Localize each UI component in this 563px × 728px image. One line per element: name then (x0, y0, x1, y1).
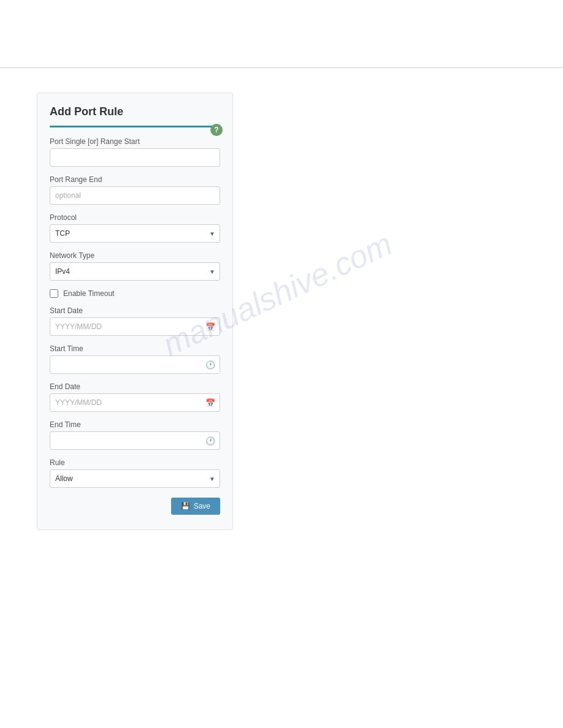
start-date-label: Start Date (50, 306, 220, 315)
save-button[interactable]: 💾 Save (171, 498, 220, 515)
end-date-group: End Date 📅 (50, 382, 220, 412)
content-area: Add Port Rule ? Port Single [or] Range S… (0, 68, 563, 555)
page-wrapper: manualshive.com Add Port Rule ? Port Sin… (0, 67, 563, 728)
accent-line (50, 126, 220, 127)
port-range-input[interactable] (50, 186, 220, 205)
form-card: Add Port Rule ? Port Single [or] Range S… (37, 93, 233, 530)
start-time-group: Start Time 🕐 (50, 344, 220, 374)
save-icon: 💾 (181, 502, 190, 510)
rule-select-wrapper: Allow Deny ▼ (50, 469, 220, 488)
end-time-label: End Time (50, 420, 220, 429)
end-time-input[interactable] (50, 431, 220, 450)
start-time-input-wrapper: 🕐 (50, 355, 220, 374)
end-time-group: End Time 🕐 (50, 420, 220, 450)
network-type-label: Network Type (50, 251, 220, 260)
end-time-input-wrapper: 🕐 (50, 431, 220, 450)
port-single-label: Port Single [or] Range Start (50, 137, 220, 146)
network-type-select[interactable]: IPv4 IPv6 Both (50, 262, 220, 281)
rule-select[interactable]: Allow Deny (50, 469, 220, 488)
protocol-group: Protocol TCP UDP Both ▼ (50, 213, 220, 243)
start-date-input[interactable] (50, 317, 220, 336)
port-single-input[interactable] (50, 148, 220, 167)
port-single-group: Port Single [or] Range Start (50, 137, 220, 167)
protocol-label: Protocol (50, 213, 220, 222)
end-date-label: End Date (50, 382, 220, 391)
port-range-group: Port Range End (50, 175, 220, 205)
rule-label: Rule (50, 458, 220, 467)
protocol-select[interactable]: TCP UDP Both (50, 224, 220, 243)
start-date-group: Start Date 📅 (50, 306, 220, 336)
start-time-label: Start Time (50, 344, 220, 353)
start-date-input-wrapper: 📅 (50, 317, 220, 336)
start-time-input[interactable] (50, 355, 220, 374)
enable-timeout-label: Enable Timeout (63, 289, 114, 298)
enable-timeout-checkbox[interactable] (50, 289, 58, 298)
network-type-group: Network Type IPv4 IPv6 Both ▼ (50, 251, 220, 281)
form-title: Add Port Rule (50, 105, 220, 118)
end-date-input-wrapper: 📅 (50, 393, 220, 412)
help-icon[interactable]: ? (210, 124, 223, 136)
port-range-label: Port Range End (50, 175, 220, 184)
save-button-label: Save (194, 502, 210, 510)
rule-group: Rule Allow Deny ▼ (50, 458, 220, 488)
protocol-select-wrapper: TCP UDP Both ▼ (50, 224, 220, 243)
enable-timeout-group: Enable Timeout (50, 289, 220, 298)
form-footer: 💾 Save (50, 498, 220, 515)
end-date-input[interactable] (50, 393, 220, 412)
network-type-select-wrapper: IPv4 IPv6 Both ▼ (50, 262, 220, 281)
